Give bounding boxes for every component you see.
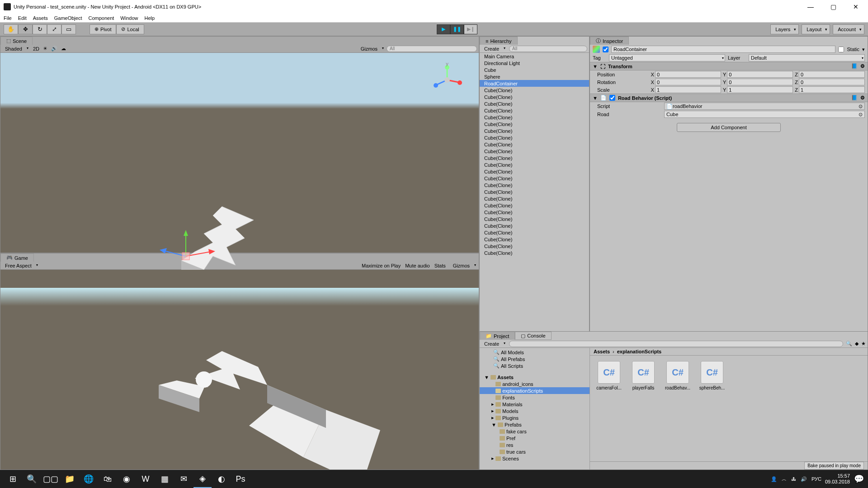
hierarchy-item[interactable]: Cube(Clone) bbox=[480, 175, 589, 182]
asset-item[interactable]: C#sphereBeh... bbox=[698, 361, 726, 390]
hierarchy-item[interactable]: Cube(Clone) bbox=[480, 100, 589, 107]
notifications-icon[interactable]: 💬 bbox=[854, 470, 864, 488]
hierarchy-item[interactable]: Cube(Clone) bbox=[480, 229, 589, 236]
inspector-tab[interactable]: ⓘ Inspector bbox=[590, 37, 629, 45]
road-field[interactable]: Cube⊙ bbox=[664, 111, 865, 118]
pivot-toggle[interactable]: ⊕ Pivot bbox=[90, 24, 116, 34]
pause-button[interactable]: ❚❚ bbox=[450, 24, 464, 34]
mail-icon[interactable]: ✉ bbox=[175, 470, 193, 488]
hierarchy-item[interactable]: Cube(Clone) bbox=[480, 216, 589, 222]
hierarchy-item[interactable]: Cube(Clone) bbox=[480, 94, 589, 100]
aspect-dropdown[interactable]: Free Aspect bbox=[2, 263, 39, 268]
mono-icon[interactable]: ◐ bbox=[212, 470, 231, 488]
move-tool[interactable]: ✥ bbox=[18, 24, 33, 34]
component-settings-icon[interactable]: ⚙ bbox=[860, 63, 865, 69]
language-indicator[interactable]: РУС bbox=[811, 476, 821, 482]
menu-help[interactable]: Help bbox=[144, 15, 155, 21]
hierarchy-item[interactable]: Cube(Clone) bbox=[480, 202, 589, 209]
scale-z-input[interactable] bbox=[799, 86, 865, 93]
close-button[interactable]: ✕ bbox=[847, 2, 864, 12]
people-icon[interactable]: 👤 bbox=[771, 476, 777, 482]
network-icon[interactable]: 🖧 bbox=[791, 476, 796, 482]
breadcrumb-folder[interactable]: explanationScripts bbox=[617, 349, 661, 354]
hierarchy-item[interactable]: Cube(Clone) bbox=[480, 134, 589, 141]
project-tab[interactable]: 📁 Project bbox=[480, 332, 515, 340]
hierarchy-item[interactable]: Cube(Clone) bbox=[480, 209, 589, 216]
search-filter-icon[interactable]: 🔍 bbox=[846, 341, 852, 347]
gameobject-name-input[interactable] bbox=[611, 46, 835, 53]
component-help-icon[interactable]: 📘 bbox=[851, 63, 858, 69]
tree-folder[interactable]: ▸ Models bbox=[480, 408, 590, 414]
start-button[interactable]: ⊞ bbox=[4, 470, 22, 488]
chrome-icon[interactable]: ◉ bbox=[118, 470, 136, 488]
hierarchy-item[interactable]: Sphere bbox=[480, 73, 589, 80]
hierarchy-item[interactable]: Cube(Clone) bbox=[480, 161, 589, 168]
system-clock[interactable]: 15:57 09.03.2018 bbox=[825, 473, 850, 485]
game-tab[interactable]: 🎮Game bbox=[0, 253, 34, 262]
hierarchy-item[interactable]: Cube(Clone) bbox=[480, 114, 589, 121]
hierarchy-item[interactable]: RoadContainer bbox=[480, 80, 589, 87]
scale-tool[interactable]: ⤢ bbox=[47, 24, 61, 34]
gizmos-dropdown[interactable]: Gizmos bbox=[358, 46, 385, 52]
volume-icon[interactable]: 🔊 bbox=[801, 476, 807, 482]
hierarchy-item[interactable]: Cube(Clone) bbox=[480, 168, 589, 175]
orientation-gizmo-icon[interactable]: y bbox=[429, 62, 465, 98]
tree-subfolder[interactable]: fake cars bbox=[480, 428, 590, 435]
sublime-icon[interactable]: ▦ bbox=[156, 470, 174, 488]
minimize-button[interactable]: — bbox=[802, 2, 819, 12]
explorer-icon[interactable]: 📁 bbox=[61, 470, 79, 488]
word-icon[interactable]: W bbox=[137, 470, 155, 488]
mute-audio-toggle[interactable]: Mute audio bbox=[405, 263, 429, 268]
hand-tool[interactable]: ✋ bbox=[4, 24, 18, 34]
add-component-button[interactable]: Add Component bbox=[677, 123, 781, 132]
hierarchy-item[interactable]: Cube(Clone) bbox=[480, 195, 589, 202]
project-create-dropdown[interactable]: Create bbox=[481, 341, 506, 347]
breadcrumb-assets[interactable]: Assets bbox=[594, 349, 610, 354]
audio-toggle-icon[interactable]: 🔊 bbox=[51, 46, 57, 52]
hierarchy-search-input[interactable] bbox=[509, 46, 587, 52]
shading-mode-dropdown[interactable]: Shaded bbox=[2, 46, 29, 52]
asset-item[interactable]: C#cameraFol... bbox=[595, 361, 623, 390]
hierarchy-item[interactable]: Cube(Clone) bbox=[480, 107, 589, 114]
tree-folder[interactable]: ▼ Prefabs bbox=[480, 421, 590, 428]
stats-toggle[interactable]: Stats bbox=[434, 263, 446, 268]
lighting-toggle-icon[interactable]: ☀ bbox=[43, 46, 47, 52]
scale-x-input[interactable] bbox=[655, 86, 721, 93]
hierarchy-item[interactable]: Cube(Clone) bbox=[480, 236, 589, 243]
tree-subfolder[interactable]: true cars bbox=[480, 448, 590, 455]
play-button[interactable]: ▶ bbox=[437, 24, 450, 34]
fx-toggle-icon[interactable]: ☁ bbox=[61, 46, 66, 52]
menu-edit[interactable]: Edit bbox=[18, 15, 27, 21]
rotation-z-input[interactable] bbox=[799, 79, 865, 85]
hierarchy-item[interactable]: Cube(Clone) bbox=[480, 127, 589, 134]
filter-type-icon[interactable]: ◆ bbox=[855, 341, 859, 347]
menu-file[interactable]: File bbox=[4, 15, 12, 21]
transform-component-header[interactable]: ▼ ⛶ Transform 📘 ⚙ bbox=[590, 62, 868, 70]
tree-folder[interactable]: ▸ Materials bbox=[480, 401, 590, 408]
hierarchy-item[interactable]: Cube(Clone) bbox=[480, 121, 589, 127]
game-viewport[interactable] bbox=[0, 270, 479, 469]
task-view-icon[interactable]: ▢▢ bbox=[42, 470, 60, 488]
menu-assets[interactable]: Assets bbox=[33, 15, 48, 21]
asset-item[interactable]: C#roadBehav... bbox=[664, 361, 691, 390]
hierarchy-create-dropdown[interactable]: Create bbox=[481, 46, 506, 52]
project-tree[interactable]: 🔍 All Models 🔍 All Prefabs 🔍 All Scripts… bbox=[480, 348, 590, 469]
search-icon[interactable]: 🔍 bbox=[23, 470, 41, 488]
asset-item[interactable]: C#playerFalls bbox=[630, 361, 657, 390]
hierarchy-tab[interactable]: ≡ Hierarchy bbox=[480, 37, 518, 45]
hierarchy-item[interactable]: Cube(Clone) bbox=[480, 222, 589, 229]
account-dropdown[interactable]: Account bbox=[833, 24, 864, 34]
edge-icon[interactable]: 🌐 bbox=[80, 470, 98, 488]
save-search-icon[interactable]: ★ bbox=[861, 341, 866, 347]
static-dropdown-icon[interactable]: ▾ bbox=[862, 47, 865, 52]
scale-y-input[interactable] bbox=[727, 86, 793, 93]
component-settings-icon[interactable]: ⚙ bbox=[860, 95, 865, 101]
rotation-x-input[interactable] bbox=[655, 79, 721, 85]
tree-filter-models[interactable]: 🔍 All Models bbox=[480, 349, 590, 356]
layers-dropdown[interactable]: Layers bbox=[770, 24, 799, 34]
layer-dropdown[interactable]: Default bbox=[749, 54, 865, 61]
hierarchy-item[interactable]: Cube(Clone) bbox=[480, 141, 589, 148]
local-toggle[interactable]: ⊘ Local bbox=[116, 24, 144, 34]
hierarchy-item[interactable]: Main Camera bbox=[480, 53, 589, 60]
position-x-input[interactable] bbox=[655, 71, 721, 78]
